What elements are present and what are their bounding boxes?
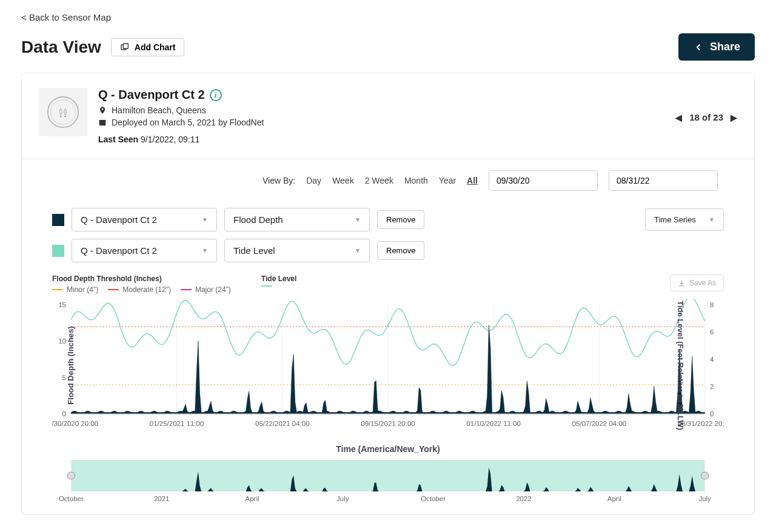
location-icon	[98, 106, 107, 115]
calendar-icon	[98, 118, 107, 127]
chart-type-dropdown[interactable]: Time Series▼	[645, 208, 724, 231]
sensor-dropdown[interactable]: Q - Davenport Ct 2▼	[72, 239, 217, 262]
svg-text:April: April	[607, 495, 621, 502]
share-label: Share	[710, 41, 740, 53]
svg-rect-7	[99, 120, 106, 122]
svg-text:05/22/2021 04:00: 05/22/2021 04:00	[255, 420, 310, 427]
svg-point-4	[60, 116, 61, 117]
svg-text:10: 10	[58, 337, 66, 345]
svg-text:July: July	[336, 495, 349, 502]
svg-text:July: July	[698, 495, 711, 502]
next-arrow-icon[interactable]: ▶	[731, 113, 737, 122]
svg-text:2: 2	[710, 383, 714, 390]
legend-line	[181, 289, 192, 290]
svg-text:01/10/2022 11:00: 01/10/2022 11:00	[466, 420, 521, 427]
back-link[interactable]: < Back to Sensor Map	[21, 12, 111, 22]
legend-item: Major (24")	[181, 285, 231, 294]
viewby-option-day[interactable]: Day	[306, 176, 321, 185]
metric-dropdown[interactable]: Flood Depth▼	[224, 208, 370, 231]
svg-text:April: April	[246, 495, 259, 502]
add-chart-icon	[120, 42, 130, 52]
y-axis-right-label: Tide Level (Feet Relative to MLLW)	[677, 301, 686, 430]
svg-rect-1	[123, 44, 128, 48]
share-icon	[693, 42, 704, 53]
legend-item-tide	[261, 285, 272, 287]
download-icon	[678, 279, 686, 287]
series-swatch	[52, 214, 64, 226]
svg-text:October: October	[59, 495, 84, 502]
legend-item: Moderate (12")	[108, 285, 171, 294]
svg-text:01/25/2021 11:00: 01/25/2021 11:00	[150, 420, 204, 427]
viewby-option-2-week[interactable]: 2 Week	[365, 176, 393, 185]
series-swatch	[52, 245, 64, 257]
prev-arrow-icon[interactable]: ◀	[675, 113, 682, 122]
y-axis-left-label: Flood Depth (Inches)	[66, 326, 75, 404]
svg-text:4: 4	[710, 356, 714, 363]
x-axis-label: Time (America/New_York)	[52, 444, 724, 454]
caret-icon: ▼	[202, 247, 208, 254]
viewby-option-month[interactable]: Month	[404, 176, 428, 185]
caret-icon: ▼	[202, 216, 208, 223]
svg-text:6: 6	[710, 328, 714, 336]
brush-chart[interactable]: October2021AprilJulyOctober2022AprilJuly	[52, 460, 724, 502]
legend-line-mint	[261, 285, 272, 287]
svg-point-35	[67, 472, 75, 479]
viewby-options: DayWeek2 WeekMonthYearAll	[306, 176, 478, 185]
last-seen-value: 9/1/2022, 09:11	[141, 135, 199, 144]
add-chart-label: Add Chart	[135, 42, 176, 52]
sensor-logo	[39, 88, 87, 136]
remove-button[interactable]: Remove	[377, 210, 424, 229]
date-to-input[interactable]	[609, 170, 718, 191]
save-as-button[interactable]: Save As	[670, 274, 724, 291]
caret-icon: ▼	[355, 247, 361, 254]
sensor-name: Q - Davenport Ct 2	[98, 88, 205, 102]
sensor-dropdown[interactable]: Q - Davenport Ct 2▼	[72, 208, 217, 231]
svg-text:8: 8	[710, 301, 714, 308]
sensor-deployed: Deployed on March 5, 2021 by FloodNet	[112, 118, 264, 127]
share-button[interactable]: Share	[678, 33, 755, 61]
svg-point-2	[48, 97, 78, 127]
svg-point-5	[64, 116, 65, 117]
viewby-label: View By:	[263, 176, 295, 185]
svg-rect-34	[71, 460, 704, 491]
svg-text:2021: 2021	[154, 495, 170, 502]
svg-text:09/30/2020 20:00: 09/30/2020 20:00	[52, 420, 98, 427]
svg-text:05/07/2022 04:00: 05/07/2022 04:00	[572, 420, 627, 427]
date-from-input[interactable]	[489, 170, 598, 191]
svg-point-36	[701, 472, 709, 479]
last-seen-label: Last Seen	[98, 135, 138, 144]
caret-icon: ▼	[355, 216, 361, 223]
svg-text:0: 0	[62, 410, 66, 417]
main-chart[interactable]: 09/30/2020 20:0001/25/2021 11:0005/22/20…	[52, 299, 724, 432]
metric-dropdown[interactable]: Tide Level▼	[224, 239, 370, 262]
sensor-location: Hamilton Beach, Queens	[112, 105, 206, 115]
svg-text:2022: 2022	[516, 495, 532, 502]
page-title: Data View	[21, 38, 101, 57]
svg-text:09/15/2021 20:00: 09/15/2021 20:00	[361, 420, 415, 427]
svg-text:15: 15	[58, 301, 66, 308]
info-icon[interactable]: i	[210, 89, 222, 101]
svg-text:October: October	[421, 495, 446, 502]
legend-line	[108, 289, 119, 290]
caret-icon: ▼	[709, 216, 715, 223]
svg-point-3	[51, 100, 76, 125]
legend-tide-title: Tide Level	[261, 274, 296, 283]
save-as-label: Save As	[689, 279, 716, 287]
add-chart-button[interactable]: Add Chart	[111, 38, 185, 56]
legend-line	[52, 289, 63, 290]
series-row: Q - Davenport Ct 2▼Tide Level▼Remove	[52, 239, 724, 262]
viewby-option-week[interactable]: Week	[332, 176, 354, 185]
legend-item: Minor (4")	[52, 285, 98, 294]
pager: ◀ 18 of 23 ▶	[675, 112, 737, 122]
svg-text:0: 0	[710, 410, 714, 417]
remove-button[interactable]: Remove	[377, 241, 424, 260]
sensor-card: Q - Davenport Ct 2 i Hamilton Beach, Que…	[21, 73, 755, 515]
legend-threshold-title: Flood Depth Threshold (Inches)	[52, 274, 231, 283]
pager-text: 18 of 23	[689, 112, 723, 122]
series-row: Q - Davenport Ct 2▼Flood Depth▼RemoveTim…	[52, 208, 724, 231]
viewby-option-year[interactable]: Year	[439, 176, 456, 185]
viewby-option-all[interactable]: All	[467, 176, 478, 185]
svg-text:5: 5	[62, 374, 66, 381]
